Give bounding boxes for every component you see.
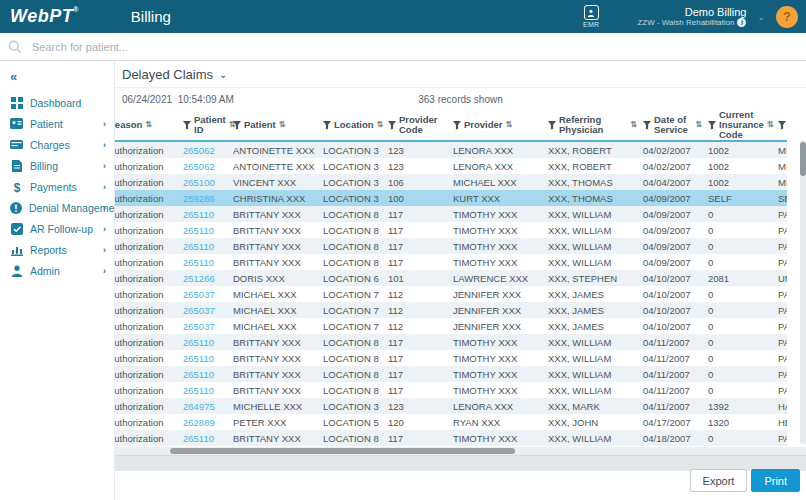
sidebar-item-admin[interactable]: Admin› (0, 260, 114, 281)
table-row[interactable]: Authorization265062ANTOINETTE XXXLOCATIO… (115, 158, 787, 174)
patient-id-link[interactable]: 265110 (180, 382, 230, 398)
column-header-date-of-service[interactable]: Date of Service⇅ (640, 110, 705, 141)
table-row[interactable]: Authorization265110BRITTANY XXXLOCATION … (115, 350, 787, 366)
vertical-scrollbar[interactable] (800, 140, 806, 444)
filter-icon[interactable] (778, 121, 786, 130)
vertical-scrollbar-thumb[interactable] (800, 142, 806, 176)
table-cell: XXX, THOMAS (545, 190, 640, 206)
column-header-provider-code[interactable]: Provider Code (385, 110, 450, 141)
patient-id-link[interactable]: 265110 (180, 366, 230, 382)
table-row[interactable]: Authorization265062ANTOINETTE XXXLOCATIO… (115, 141, 787, 158)
column-header-referring-physician[interactable]: Referring Physician⇅ (545, 110, 640, 141)
table-row[interactable]: Authorization251266DORIS XXXLOCATION 610… (115, 270, 787, 286)
patient-id-link[interactable]: 265110 (180, 206, 230, 222)
table-row[interactable]: Authorization265110BRITTANY XXXLOCATION … (115, 238, 787, 254)
patient-id-link[interactable]: 265062 (180, 158, 230, 174)
table-row[interactable]: Authorization265110BRITTANY XXXLOCATION … (115, 366, 787, 382)
filter-icon[interactable] (233, 121, 241, 130)
table-cell: Authorization (115, 366, 180, 382)
patient-id-link[interactable]: 265037 (180, 286, 230, 302)
column-header-provider[interactable]: Provider⇅ (450, 110, 545, 141)
table-row[interactable]: Authorization265110BRITTANY XXXLOCATION … (115, 430, 787, 446)
filter-icon[interactable] (708, 121, 716, 130)
table-cell: 123 (385, 398, 450, 414)
table-cell: Authorization (115, 334, 180, 350)
table-row[interactable]: Authorization265110BRITTANY XXXLOCATION … (115, 206, 787, 222)
help-avatar[interactable]: ? (776, 6, 798, 28)
table-cell: 117 (385, 334, 450, 350)
table-row[interactable]: Authorization262889PETER XXXLOCATION 512… (115, 414, 787, 430)
patient-id-link[interactable]: 265110 (180, 350, 230, 366)
table-row[interactable]: Authorization265100VINCENT XXXLOCATION 3… (115, 174, 787, 190)
filter-icon[interactable] (453, 121, 461, 130)
checkbox-icon (10, 222, 23, 235)
table-row[interactable]: Authorization265110BRITTANY XXXLOCATION … (115, 334, 787, 350)
filter-icon[interactable] (388, 121, 396, 130)
filter-icon[interactable] (548, 121, 556, 130)
column-label: Location (334, 120, 374, 130)
search-input[interactable] (30, 40, 334, 54)
sidebar-item-patient[interactable]: Patient› (0, 113, 114, 134)
chevron-down-icon[interactable]: ⌄ (757, 12, 765, 22)
table-cell: 117 (385, 430, 450, 446)
patient-id-link[interactable]: 265110 (180, 222, 230, 238)
table-cell: JENNIFER XXX (450, 286, 545, 302)
column-header-patient[interactable]: Patient⇅ (230, 110, 320, 141)
table-cell: 117 (385, 254, 450, 270)
table-cell: PA (775, 206, 787, 222)
report-dropdown-chevron-icon[interactable]: ⌄ (219, 69, 227, 80)
patient-id-link[interactable]: 251266 (180, 270, 230, 286)
table-cell: 0 (705, 238, 775, 254)
column-header-c[interactable]: C (775, 110, 787, 141)
horizontal-scrollbar[interactable] (115, 447, 806, 455)
sidebar-collapse-button[interactable]: « (0, 67, 114, 92)
sidebar-item-charges[interactable]: Charges› (0, 134, 114, 155)
account-name: Demo Billing (685, 6, 747, 19)
column-header-reason[interactable]: Reason⇅ (115, 110, 180, 141)
patient-id-link[interactable]: 265110 (180, 254, 230, 270)
horizontal-scrollbar-thumb[interactable] (170, 448, 515, 454)
sidebar-item-ar-follow-up[interactable]: AR Follow-up› (0, 218, 114, 239)
patient-id-link[interactable]: 265037 (180, 318, 230, 334)
column-header-location[interactable]: Location⇅ (320, 110, 385, 141)
table-cell: 04/09/2007 (640, 254, 705, 270)
column-header-patient-id[interactable]: Patient ID⇅ (180, 110, 230, 141)
patient-id-link[interactable]: 265110 (180, 238, 230, 254)
sidebar-item-reports[interactable]: Reports› (0, 239, 114, 260)
filter-icon[interactable] (643, 121, 651, 130)
sidebar-item-dashboard[interactable]: Dashboard (0, 92, 114, 113)
table-row[interactable]: Authorization265037MICHAEL XXXLOCATION 7… (115, 286, 787, 302)
emr-switcher[interactable]: EMR (583, 5, 599, 28)
print-button[interactable]: Print (751, 469, 800, 492)
table-cell: 04/10/2007 (640, 286, 705, 302)
sidebar-item-payments[interactable]: $Payments› (0, 176, 114, 197)
table-row[interactable]: Authorization265110BRITTANY XXXLOCATION … (115, 254, 787, 270)
filter-icon[interactable] (323, 121, 331, 130)
patient-id-link[interactable]: 265100 (180, 174, 230, 190)
table-cell: XXX, WILLIAM (545, 366, 640, 382)
patient-id-link[interactable]: 259286 (180, 190, 230, 206)
table-row[interactable]: Authorization265110BRITTANY XXXLOCATION … (115, 222, 787, 238)
table-cell: BRITTANY XXX (230, 382, 320, 398)
patient-id-link[interactable]: 264975 (180, 398, 230, 414)
delayed-claims-table: Reason⇅Patient ID⇅Patient⇅Location⇅Provi… (115, 110, 806, 471)
table-row[interactable]: Authorization265037MICHAEL XXXLOCATION 7… (115, 318, 787, 334)
chevron-right-icon: › (103, 266, 106, 276)
table-row[interactable]: Authorization259286CHRISTINA XXXLOCATION… (115, 190, 787, 206)
sidebar-item-denial-management[interactable]: Denial Management› (0, 197, 114, 218)
patient-id-link[interactable]: 265037 (180, 302, 230, 318)
table-row[interactable]: Authorization264975MICHELLE XXXLOCATION … (115, 398, 787, 414)
patient-id-link[interactable]: 265110 (180, 334, 230, 350)
filter-icon[interactable] (183, 121, 191, 130)
patient-id-link[interactable]: 265110 (180, 430, 230, 446)
table-cell: Authorization (115, 286, 180, 302)
sidebar-item-billing[interactable]: Billing› (0, 155, 114, 176)
info-icon[interactable]: i (737, 18, 746, 27)
table-cell: LOCATION 8 (320, 222, 385, 238)
column-header-current-insurance-code[interactable]: Current Insurance Code⇅ (705, 110, 775, 141)
table-row[interactable]: Authorization265110BRITTANY XXXLOCATION … (115, 382, 787, 398)
patient-id-link[interactable]: 265062 (180, 141, 230, 158)
export-button[interactable]: Export (690, 469, 748, 492)
table-row[interactable]: Authorization265037MICHAEL XXXLOCATION 7… (115, 302, 787, 318)
patient-id-link[interactable]: 262889 (180, 414, 230, 430)
